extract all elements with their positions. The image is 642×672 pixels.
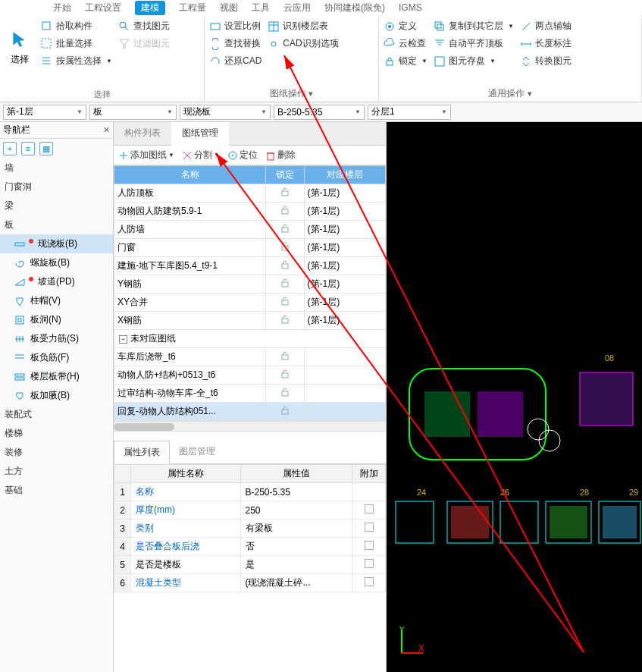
tab-view[interactable]: 视图 (220, 2, 238, 14)
tab-settings[interactable]: 工程设置 (85, 2, 121, 14)
drawing-row[interactable]: 人防顶板(第-1层) (114, 184, 386, 203)
drawing-row[interactable]: 建施-地下车库图5.4_t9-1(第-1层) (114, 257, 386, 275)
find-element[interactable]: 查找图元 (118, 20, 170, 33)
cad-options[interactable]: CAD识别选项 (268, 37, 338, 50)
drawing-row[interactable]: X钢筋(第-1层) (114, 312, 386, 330)
drawing-row[interactable]: 动物园人防建筑5.9-1(第-1层) (114, 203, 386, 221)
tab-qty[interactable]: 工程量 (179, 2, 206, 14)
nav-leaf[interactable]: 板受力筋(S) (0, 329, 113, 348)
nav-close[interactable]: ✕ (103, 125, 110, 135)
define[interactable]: 定义 (384, 20, 427, 33)
auto-align-top[interactable]: 自动平齐顶板 (434, 37, 514, 50)
nav-leaf[interactable]: 坡道(PD) (0, 272, 113, 291)
tab-igms[interactable]: IGMS (399, 2, 422, 13)
checkbox[interactable] (365, 504, 374, 513)
cat-door[interactable]: 门窗洞 (0, 177, 113, 196)
pick-component[interactable]: 拾取构件 (41, 20, 112, 33)
nav-leaf[interactable]: 板洞(N) (0, 310, 113, 329)
lock[interactable]: 锁定▼ (384, 55, 427, 68)
find-replace[interactable]: 查找替换 (209, 37, 261, 50)
nav-mode-1[interactable]: + (3, 142, 17, 155)
tab-properties[interactable]: 属性列表 (114, 441, 170, 464)
nav-leaf[interactable]: 板负筋(F) (0, 348, 113, 367)
tab-cloud[interactable]: 云应用 (283, 2, 311, 14)
name-dropdown[interactable]: B-250-5.35▼ (274, 105, 365, 120)
layer-dropdown[interactable]: 分层1▼ (368, 105, 451, 120)
group-unmapped[interactable]: −未对应图纸 (114, 330, 386, 348)
property-row[interactable]: 5是否是楼板是 (114, 556, 386, 574)
drawing-row[interactable]: 门窗(第-1层) (114, 239, 386, 257)
leaf-label: 柱帽(V) (30, 294, 61, 307)
drawing-row[interactable]: 过审结构-动物车库-全_t6 (114, 385, 386, 403)
drawing-row[interactable]: 车库后浇带_t6 (114, 348, 386, 366)
set-scale[interactable]: 设置比例 (209, 20, 261, 33)
drawing-row[interactable]: 人防墙(第-1层) (114, 221, 386, 239)
split-button[interactable]: 分割▼ (182, 149, 220, 162)
save-element[interactable]: 图元存盘▼ (434, 55, 514, 68)
nav-leaf[interactable]: 柱帽(V) (0, 291, 113, 310)
svg-point-18 (232, 155, 233, 156)
dimension[interactable]: 长度标注 (520, 37, 572, 50)
hole-icon (14, 314, 26, 326)
cat-deco[interactable]: 装修 (0, 443, 113, 462)
tab-model[interactable]: 建模 (135, 1, 165, 15)
restore-cad[interactable]: 还原CAD (209, 55, 261, 68)
cat-prefab[interactable]: 装配式 (0, 405, 113, 424)
checkbox[interactable] (365, 523, 374, 532)
cat-beam[interactable]: 梁 (0, 196, 113, 215)
copy-to-floor[interactable]: 复制到其它层▼ (434, 20, 514, 33)
batch-select[interactable]: 批量选择 (41, 37, 112, 50)
nav-mode-3[interactable]: ▦ (39, 142, 53, 155)
svg-rect-39 (396, 501, 434, 543)
locate-button[interactable]: 定位 (227, 149, 258, 162)
drawing-row[interactable]: 动物人防+结构+0513_t6 (114, 366, 386, 385)
checkbox[interactable] (365, 577, 374, 586)
vp-label-26: 26 (500, 488, 509, 497)
delete-button[interactable]: 删除 (265, 149, 296, 162)
cat-foundation[interactable]: 基础 (0, 481, 113, 500)
property-row[interactable]: 6混凝土类型(现浇混凝土碎... (114, 574, 386, 592)
nav-leaf[interactable]: 板加腋(B) (0, 386, 113, 405)
property-row[interactable]: 3类别有梁板 (114, 520, 386, 538)
two-point-axis[interactable]: 两点辅轴 (520, 20, 572, 33)
cat-slab[interactable]: 板 (0, 215, 113, 234)
drawing-row[interactable]: XY合并(第-1层) (114, 294, 386, 312)
add-drawing-button[interactable]: 添加图纸▼ (118, 149, 174, 162)
cad-viewport[interactable]: 08 24 26 28 29 Y X (387, 122, 642, 672)
identify-floor-table[interactable]: 识别楼层表 (268, 20, 338, 33)
property-row[interactable]: 1名称B-250-5.35 (114, 483, 386, 501)
cat-earth[interactable]: 土方 (0, 462, 113, 481)
svg-point-7 (388, 25, 391, 28)
filter-element[interactable]: 过滤图元 (118, 37, 170, 50)
nav-mode-2[interactable]: ≡ (21, 142, 35, 155)
spiral-icon (14, 257, 26, 269)
drawing-row[interactable]: 回复-动物人防结构051... (114, 403, 386, 421)
h-scrollbar[interactable] (114, 421, 386, 432)
drawing-row[interactable]: Y钢筋(第-1层) (114, 275, 386, 294)
nav-leaf[interactable]: 楼层板带(H) (0, 367, 113, 386)
tab-layer-mgmt[interactable]: 图层管理 (170, 441, 224, 463)
property-row[interactable]: 2厚度(mm)250 (114, 501, 386, 520)
cat-stair[interactable]: 楼梯 (0, 424, 113, 443)
select-button[interactable]: 选择 (5, 17, 35, 79)
checkbox[interactable] (365, 559, 374, 568)
nav-leaf[interactable]: 螺旋板(B) (0, 253, 113, 272)
category-dropdown[interactable]: 板▼ (89, 105, 177, 120)
tab-collab[interactable]: 协同建模(限免) (324, 2, 385, 14)
nav-leaf[interactable]: 现浇板(B) (0, 234, 113, 253)
cat-wall[interactable]: 墙 (0, 159, 113, 177)
tab-component-list[interactable]: 构件列表 (114, 122, 171, 145)
tab-start[interactable]: 开始 (53, 2, 71, 14)
vp-label-29: 29 (629, 488, 638, 497)
unlock-icon (280, 297, 290, 306)
tab-drawing-mgmt[interactable]: 图纸管理 (171, 122, 229, 146)
select-by-prop[interactable]: 按属性选择▼ (41, 55, 112, 68)
cloud-check[interactable]: 云检查 (384, 37, 427, 50)
convert-element[interactable]: 转换图元 (520, 55, 572, 68)
property-row[interactable]: 4是否叠合板后浇否 (114, 538, 386, 556)
svg-rect-22 (282, 228, 288, 232)
floor-dropdown[interactable]: 第-1层▼ (3, 105, 86, 120)
checkbox[interactable] (365, 541, 374, 550)
tab-tools[interactable]: 工具 (252, 2, 270, 14)
type-dropdown[interactable]: 现浇板▼ (180, 105, 271, 120)
